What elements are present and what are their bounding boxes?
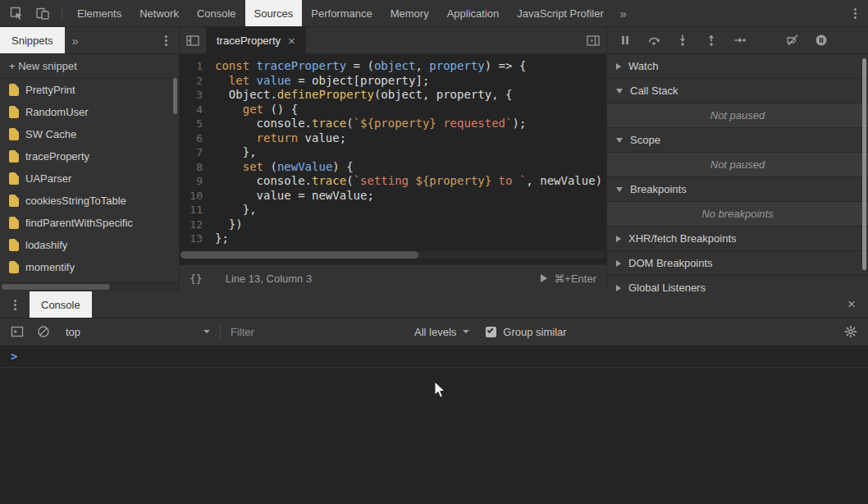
drawer-tab-console[interactable]: Console (30, 291, 92, 318)
code-token: }, (215, 145, 257, 158)
code-token: }) (215, 218, 243, 231)
console-output[interactable]: > (0, 346, 868, 504)
snippet-list: PrettyPrintRandomUserSW CachetraceProper… (0, 79, 179, 282)
pretty-print-icon[interactable]: {} (190, 273, 203, 285)
snippet-item[interactable]: cookiesStringToTable (0, 190, 179, 212)
tab-application[interactable]: Application (438, 0, 509, 26)
log-levels-selector[interactable]: All levels (414, 326, 469, 338)
more-panels-chevron[interactable]: » (613, 0, 634, 26)
snippet-item[interactable]: momentify (0, 256, 179, 278)
tab-performance[interactable]: Performance (302, 0, 381, 26)
tab-memory[interactable]: Memory (381, 0, 438, 26)
code-line[interactable]: 2 let value = object[property]; (180, 74, 606, 89)
console-sidebar-icon[interactable] (10, 325, 25, 338)
console-settings-icon[interactable] (843, 325, 858, 338)
scrollbar-thumb[interactable] (2, 284, 110, 290)
drawer-menu-icon[interactable] (0, 291, 30, 318)
code-token (249, 74, 256, 87)
code-token: value = newValue; (215, 189, 374, 202)
code-line[interactable]: 10 value = newValue; (180, 189, 606, 204)
code-token: traceProperty (257, 59, 347, 72)
editor-horizontal-scrollbar[interactable] (180, 251, 605, 259)
code-text: let value = object[property]; (208, 74, 429, 89)
deactivate-breakpoints-icon[interactable] (785, 34, 800, 47)
snippet-item[interactable]: SW Cache (0, 123, 179, 145)
code-token: let (229, 74, 249, 87)
new-snippet-button[interactable]: + New snippet (0, 54, 179, 79)
code-text: console.trace(`setting ${property} to `,… (208, 174, 602, 189)
debugger-vertical-scrollbar[interactable] (862, 58, 866, 270)
code-token: ${property} (415, 174, 491, 187)
code-editor[interactable]: 1const traceProperty = (object, property… (180, 54, 606, 264)
pause-script-icon[interactable] (618, 34, 633, 47)
section-header-call-stack[interactable]: Call Stack (607, 79, 868, 103)
snippet-item[interactable]: traceProperty (0, 145, 179, 167)
section-header-scope[interactable]: Scope (607, 128, 868, 153)
toggle-navigator-icon[interactable] (180, 27, 206, 53)
tab-network[interactable]: Network (130, 0, 188, 26)
filter-input[interactable] (231, 326, 404, 338)
section-header-xhr-fetch-breakpoints[interactable]: XHR/fetch Breakpoints (607, 227, 868, 251)
step-out-icon[interactable] (704, 34, 719, 47)
group-similar-checkbox-box[interactable] (486, 327, 496, 337)
toolbar-spacer (634, 0, 842, 26)
step-over-icon[interactable] (646, 34, 661, 47)
code-line[interactable]: 11 }, (180, 203, 606, 218)
section-title: DOM Breakpoints (628, 257, 713, 269)
tab-snippets[interactable]: Snippets (0, 27, 65, 53)
navigator-menu-icon[interactable] (153, 27, 179, 53)
sources-panel: Snippets » + New snippet PrettyPrintRand… (0, 27, 868, 291)
section-header-breakpoints[interactable]: Breakpoints (607, 177, 868, 202)
tab-console[interactable]: Console (188, 0, 245, 26)
drawer-header-spacer (92, 291, 835, 318)
step-icon[interactable] (733, 34, 747, 47)
toolbar-divider (220, 324, 221, 339)
snippet-item[interactable]: lodashify (0, 234, 179, 256)
section-header-watch[interactable]: Watch (607, 54, 868, 79)
close-tab-icon[interactable]: × (288, 34, 295, 47)
context-selector[interactable]: top (66, 326, 210, 338)
devtools-menu-icon[interactable] (842, 0, 868, 26)
section-header-global-listeners[interactable]: Global Listeners (607, 276, 868, 291)
section-title: Global Listeners (628, 282, 706, 291)
code-line[interactable]: 13}; (180, 231, 606, 246)
devtools-window: ElementsNetworkConsoleSourcesPerformance… (0, 0, 868, 504)
group-similar-toggle[interactable]: Group similar (486, 326, 566, 338)
navigator-vertical-scrollbar[interactable] (173, 78, 177, 114)
pause-on-exceptions-icon[interactable] (814, 34, 829, 47)
inspect-element-icon[interactable] (3, 0, 30, 26)
console-prompt-row[interactable]: > (0, 346, 868, 368)
snippet-item[interactable]: findParentWithSpecific (0, 212, 179, 234)
debugger-toolbar (607, 27, 868, 54)
snippet-item[interactable]: UAParser (0, 167, 179, 190)
code-line[interactable]: 1const traceProperty = (object, property… (180, 59, 606, 74)
code-line[interactable]: 7 }, (180, 145, 606, 160)
code-line[interactable]: 4 get () { (180, 103, 606, 117)
navigator-more-tabs-chevron[interactable]: » (65, 27, 86, 53)
log-levels-label: All levels (414, 326, 456, 338)
tab-elements[interactable]: Elements (68, 0, 130, 26)
snippet-item[interactable]: PrettyPrint (0, 79, 179, 101)
device-toolbar-icon[interactable] (30, 0, 56, 26)
snippet-name: traceProperty (25, 150, 89, 163)
run-shortcut-label: ⌘+Enter (554, 273, 596, 285)
snippet-item[interactable]: RandomUser (0, 101, 179, 123)
code-line[interactable]: 6 return value; (180, 131, 606, 146)
editor-tab-traceproperty[interactable]: traceProperty × (206, 27, 306, 53)
code-line[interactable]: 9 console.trace(`setting ${property} to … (180, 174, 606, 189)
code-line[interactable]: 12 }) (180, 218, 606, 232)
run-snippet-button[interactable]: ⌘+Enter (541, 273, 596, 285)
navigator-horizontal-scrollbar[interactable] (0, 282, 179, 291)
tab-javascript-profiler[interactable]: JavaScript Profiler (508, 0, 612, 26)
code-line[interactable]: 8 set (newValue) { (180, 160, 606, 175)
step-into-icon[interactable] (675, 34, 690, 47)
clear-console-icon[interactable] (36, 325, 51, 338)
scrollbar-thumb[interactable] (180, 251, 418, 259)
code-line[interactable]: 5 console.trace(`${property} requested`)… (180, 117, 606, 131)
drawer-close-icon[interactable]: × (835, 291, 868, 318)
section-header-dom-breakpoints[interactable]: DOM Breakpoints (607, 251, 868, 276)
tab-sources[interactable]: Sources (245, 0, 303, 26)
toggle-debugger-sidebar-icon[interactable] (580, 27, 606, 53)
collapse-icon (616, 89, 623, 94)
code-line[interactable]: 3 Object.defineProperty(object, property… (180, 88, 606, 103)
